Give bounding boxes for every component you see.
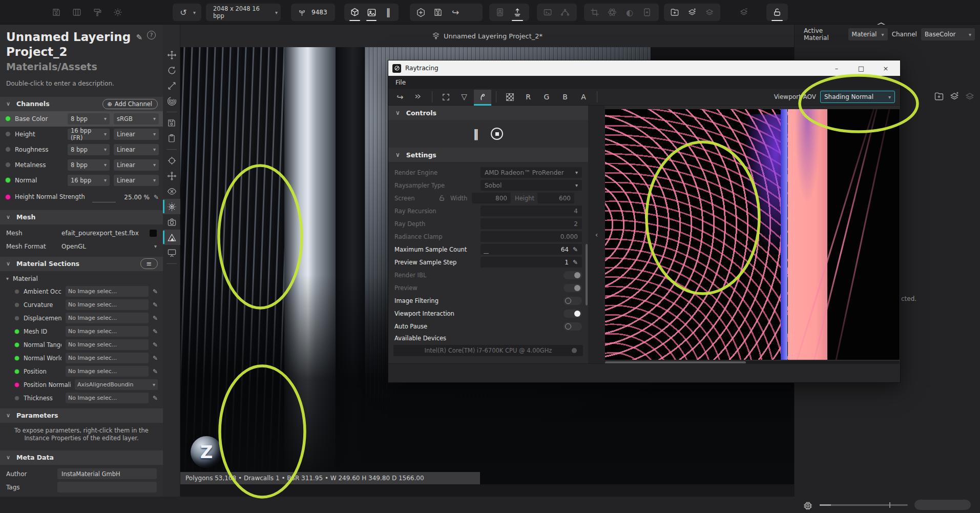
bpp-dropdown[interactable]: 8 bpp▾ [68,159,110,171]
section-row-mesh-id[interactable]: Mesh ID No Image selec... ✎ [0,325,163,338]
fit-view-icon[interactable] [437,90,454,105]
image-filtering-toggle[interactable] [564,297,582,305]
image-select-field[interactable]: No Image selec... [66,313,149,323]
screen-width-field[interactable]: 800 [472,193,511,203]
edit-pencil-icon[interactable]: ✎ [153,355,158,362]
section-row-position[interactable]: Position No Image selec... ✎ [0,365,163,378]
slider-handle[interactable] [889,502,890,508]
alpha-checker-icon[interactable] [501,90,518,105]
stop-render-button[interactable] [491,128,503,140]
library-add-icon[interactable] [639,5,655,20]
layer-duplicate-icon[interactable] [702,5,717,20]
resolution-dropdown[interactable]: 2048 x 2048 16 bpp ▾ [206,4,281,21]
skeleton-joints-icon[interactable] [163,168,180,183]
colorspace-dropdown[interactable]: Linear▾ [114,144,159,155]
add-folder-icon[interactable] [934,91,944,101]
bounds-dropdown[interactable]: AxisAlignedBoundin▾ [75,379,158,390]
shading-normal-tool-icon[interactable] [474,90,491,105]
crop-icon[interactable] [587,5,602,20]
seed-group[interactable]: 9483 [291,4,335,21]
raytraced-preview-image[interactable] [605,109,900,360]
bpp-dropdown[interactable]: 8 bpp▾ [68,144,110,155]
undo-icon[interactable]: ↺ [176,5,191,20]
folder-add-icon[interactable] [667,5,682,20]
parameters-section-header[interactable]: ∨ Parameters [0,408,163,423]
auto-pause-toggle[interactable] [564,322,582,331]
section-status-dot[interactable] [14,289,19,294]
scale-tool-icon[interactable] [163,78,180,93]
edit-pencil-icon[interactable]: ✎ [153,328,158,335]
channel-g-button[interactable]: G [538,90,555,105]
hide-wireframe-eye-icon[interactable] [163,183,180,199]
strength-value-field[interactable]: 25.00 %✎ [92,191,159,203]
colorspace-dropdown[interactable]: Linear▾ [114,175,159,186]
section-row-curvature[interactable]: Curvature No Image selec... ✎ [0,298,163,312]
layer-remove-icon[interactable] [736,5,752,20]
image-select-field[interactable]: No Image selec... [66,326,149,337]
channel-row-base-color[interactable]: Base Color 8 bpp▾ sRGB▾ [0,111,163,127]
channels-section-header[interactable]: ∨ Channels ⊕Add Channel [0,97,163,111]
file-menu[interactable]: File [395,79,406,86]
device-row[interactable]: Intel(R) Core(TM) i7-6700K CPU @ 4.00GHz [393,345,583,356]
edit-pencil-icon[interactable]: ✎ [573,246,578,253]
settings-section-header[interactable]: ∨ Settings [388,148,588,162]
environment-icon[interactable] [163,230,180,245]
controls-section-header[interactable]: ∨ Controls [388,106,588,120]
edit-title-icon[interactable]: ✎ [136,33,142,42]
undo-history-caret[interactable]: ▾ [193,10,196,15]
meta-data-section-header[interactable]: ∨ Meta Data [0,450,163,465]
viewport-interaction-toggle[interactable] [564,310,582,318]
bezier-path-icon[interactable] [557,5,573,20]
image-select-field[interactable]: No Image selec... [66,286,149,297]
bpp-dropdown[interactable]: 16 bpp▾ [68,175,110,186]
move-tool-icon[interactable] [163,47,180,63]
add-layer-icon[interactable] [949,91,960,101]
channel-b-button[interactable]: B [556,90,574,105]
layout-columns-icon[interactable] [69,5,85,20]
raytracing-dialog[interactable]: Raytracing – □ × File ↪ ▽ R G B A Viewpo… [388,60,901,383]
section-status-dot[interactable] [14,382,19,387]
orbit-tool-icon[interactable] [163,93,180,109]
channel-a-button[interactable]: A [575,90,592,105]
channel-dropdown[interactable]: BaseColor▾ [921,28,975,40]
pause-render-button[interactable]: ‖ [473,128,480,140]
unlock-icon[interactable] [769,5,785,20]
image-select-field[interactable]: No Image selec... [66,339,149,350]
section-status-dot[interactable] [14,356,19,361]
channel-row-roughness[interactable]: Roughness 8 bpp▾ Linear▾ [0,142,163,157]
save-file-icon[interactable] [430,5,446,20]
section-status-dot[interactable] [14,329,19,334]
dropdown-caret-icon[interactable]: ▾ [154,243,157,249]
channel-r-button[interactable]: R [519,90,537,105]
maximize-button[interactable]: □ [851,61,871,75]
atom-physics-icon[interactable] [604,5,620,20]
ray-depth-field[interactable]: 2 [481,218,582,229]
channel-enabled-dot[interactable] [5,116,11,121]
section-row-normal-tangent[interactable]: Normal Tangent No Image selec... ✎ [0,338,163,352]
mesh-file-value[interactable]: efait_pourexport_test.fbx [61,230,139,237]
section-row-normal-world[interactable]: Normal World No Image selec... ✎ [0,352,163,365]
bpp-dropdown[interactable]: 16 bpp (FR)▾ [68,129,110,140]
material-group-row[interactable]: ▾ Material [0,273,163,285]
save-view-icon[interactable] [163,115,180,131]
image-select-field[interactable]: No Image selec... [66,366,149,377]
bottom-value-field[interactable] [914,500,971,510]
terminal-icon[interactable] [540,5,555,20]
max-sample-count-field[interactable]: 64✎ [481,244,582,255]
duplicate-layer-icon[interactable] [965,91,975,101]
share-export-icon[interactable]: ↪ [448,5,463,20]
image-select-field[interactable]: No Image selec... [66,353,149,363]
image-select-field[interactable]: No Image selec... [66,299,149,310]
material-sections-menu-button[interactable]: ≡ [140,258,158,269]
device-enabled-dot[interactable] [572,348,577,353]
section-status-dot[interactable] [14,369,19,374]
material-sections-header[interactable]: ∨ Material Sections ≡ [0,257,163,271]
author-field[interactable]: InstaMaterial GmbH [57,468,157,479]
mesh-format-value[interactable]: OpenGL [61,243,86,250]
channel-enabled-dot[interactable] [5,194,11,200]
layer-add-icon[interactable] [684,5,700,20]
channel-row-height[interactable]: Height 16 bpp (FR)▾ Linear▾ [0,127,163,142]
section-status-dot[interactable] [14,342,19,347]
channel-enabled-dot[interactable] [5,177,11,183]
channel-row-metalness[interactable]: Metalness 8 bpp▾ Linear▾ [0,157,163,173]
